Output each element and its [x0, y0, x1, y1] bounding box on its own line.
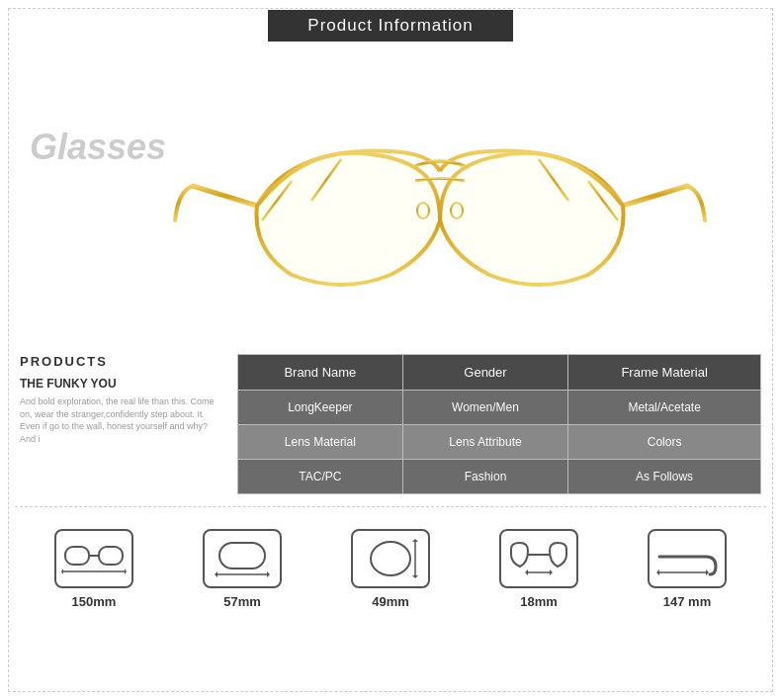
- header-frame-material: Frame Material: [568, 355, 761, 391]
- table-row-2: TAC/PC Fashion As Follows: [238, 460, 761, 494]
- table-header-row-2: Lens Material Lens Attribute Colors: [238, 425, 761, 460]
- cell-brand-value: LongKeeper: [238, 391, 403, 425]
- measurement-temple: 147 mm: [648, 529, 727, 609]
- measurement-lens-height: 49mm: [351, 529, 430, 609]
- table-header-row-1: Brand Name Gender Frame Material: [238, 355, 761, 391]
- product-image-section: Glasses: [0, 47, 781, 354]
- cell-colors-value: As Follows: [568, 460, 761, 494]
- total-width-icon: [54, 529, 133, 588]
- svg-marker-27: [656, 569, 659, 575]
- header-gender: Gender: [402, 355, 568, 391]
- svg-marker-12: [61, 569, 63, 574]
- svg-point-18: [371, 542, 410, 575]
- measurement-total-width: 150mm: [54, 529, 133, 609]
- total-width-value: 150mm: [72, 594, 117, 609]
- header-lens-attribute: Lens Attribute: [402, 425, 568, 460]
- svg-marker-13: [125, 569, 127, 574]
- measurement-lens-width: 57mm: [203, 529, 282, 609]
- cell-lens-attribute-value: Fashion: [402, 460, 568, 494]
- header-brand-name: Brand Name: [238, 355, 403, 391]
- glasses-image-area: [129, 82, 751, 319]
- svg-rect-9: [99, 547, 123, 565]
- glasses-image: [163, 82, 717, 319]
- product-label: Glasses: [30, 127, 166, 168]
- svg-rect-8: [65, 547, 89, 565]
- cell-gender-value: Women/Men: [402, 391, 568, 425]
- cell-frame-material-value: Metal/Acetate: [568, 391, 761, 425]
- header-colors: Colors: [568, 425, 761, 460]
- lens-height-icon: [351, 529, 430, 588]
- svg-line-1: [623, 186, 687, 206]
- temple-value: 147 mm: [663, 594, 711, 609]
- brand-description: And bold exploration, the real life than…: [20, 395, 217, 445]
- lens-width-icon: [203, 529, 282, 588]
- lens-width-value: 57mm: [223, 594, 261, 609]
- svg-marker-25: [550, 569, 553, 575]
- products-left: PRODUCTS THE FUNKY YOU And bold explorat…: [20, 354, 217, 445]
- measurement-bridge: 18mm: [499, 529, 578, 609]
- bridge-icon: [499, 529, 578, 588]
- svg-marker-21: [412, 575, 418, 578]
- measurements-section: 150mm 57mm 49mm: [0, 519, 781, 619]
- temple-icon: [648, 529, 727, 588]
- section-divider: [15, 506, 766, 507]
- bridge-value: 18mm: [520, 594, 558, 609]
- product-info-table: Brand Name Gender Frame Material LongKee…: [237, 354, 761, 494]
- svg-marker-24: [525, 569, 528, 575]
- products-heading: PRODUCTS: [20, 354, 217, 369]
- table-row-1: LongKeeper Women/Men Metal/Acetate: [238, 391, 761, 425]
- svg-line-0: [193, 186, 257, 206]
- products-section: PRODUCTS THE FUNKY YOU And bold explorat…: [0, 354, 781, 494]
- svg-rect-14: [219, 543, 265, 569]
- header: Product Information: [0, 0, 781, 47]
- cell-lens-material-value: TAC/PC: [238, 460, 403, 494]
- svg-marker-16: [215, 571, 217, 577]
- brand-name: THE FUNKY YOU: [20, 377, 217, 391]
- svg-marker-17: [267, 571, 270, 577]
- header-lens-material: Lens Material: [238, 425, 403, 460]
- page-title: Product Information: [268, 10, 512, 42]
- lens-height-value: 49mm: [372, 594, 409, 609]
- svg-marker-20: [412, 539, 418, 542]
